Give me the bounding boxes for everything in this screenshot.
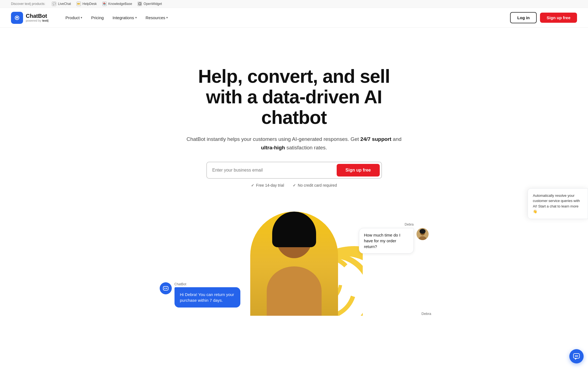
check-icon-trial: ✓ (251, 183, 254, 187)
nav-product[interactable]: Product ▾ (62, 13, 86, 22)
topbar-products: 💬 LiveChat 🎫 HelpDesk 📚 KnowledgeBase 🔲 … (52, 2, 162, 6)
trust-badges: ✓ Free 14-day trial ✓ No credit card req… (182, 183, 407, 187)
logo[interactable]: ChatBot powered by text| (11, 12, 49, 24)
trust-badge-trial: ✓ Free 14-day trial (251, 183, 284, 187)
nav-pricing[interactable]: Pricing (87, 13, 108, 22)
person-bg (250, 212, 338, 316)
demo-wrapper: ChatBot Hi Debra! You can return your pu… (143, 201, 445, 316)
floating-chat-button[interactable] (569, 349, 584, 363)
topbar-product-helpdesk[interactable]: 🎫 HelpDesk (77, 2, 97, 6)
trust-trial-text: Free 14-day trial (256, 183, 284, 187)
trust-nocc-text: No credit card required (298, 183, 337, 187)
nav-links: Product ▾ Pricing Integrations ▾ Resourc… (62, 13, 510, 22)
person-body (267, 266, 322, 316)
powered-brand: text| (42, 19, 49, 22)
headline-line1: Help, convert, and sell (198, 66, 390, 87)
powered-by: powered by text| (26, 19, 49, 22)
topbar-product-livechat[interactable]: 💬 LiveChat (52, 2, 71, 6)
openwidget-icon: 🔲 (137, 2, 142, 6)
livechat-icon: 💬 (52, 2, 56, 6)
hero-subtext: ChatBot instantly helps your customers u… (182, 135, 407, 152)
topbar-product-knowledgebase[interactable]: 📚 KnowledgeBase (102, 2, 132, 6)
chatbot-avatar (160, 282, 172, 294)
brand-name: ChatBot (26, 13, 49, 19)
product-chevron: ▾ (81, 16, 82, 19)
logo-icon (11, 12, 23, 24)
integrations-chevron: ▾ (135, 16, 137, 19)
hero-content: Help, convert, and sell with a data-driv… (171, 44, 418, 187)
hero-headline: Help, convert, and sell with a data-driv… (182, 66, 407, 127)
topbar-product-openwidget[interactable]: 🔲 OpenWidget (137, 2, 162, 6)
livechat-label: LiveChat (58, 2, 71, 6)
svg-point-4 (166, 288, 167, 289)
email-input[interactable] (207, 162, 337, 178)
chatbot-bubble: ChatBot Hi Debra! You can return your pu… (160, 282, 240, 308)
svg-point-11 (576, 355, 577, 357)
user-message: How much time do I have for my order ret… (359, 228, 414, 254)
headline-line2: with a data-driven AI chatbot (206, 86, 382, 128)
email-form: Sign up free (206, 162, 382, 179)
topbar-label: Discover text| products: (11, 2, 45, 6)
chatbot-message: Hi Debra! You can return your purchase w… (175, 287, 240, 308)
hero-section: Help, convert, and sell with a data-driv… (0, 28, 588, 187)
svg-point-3 (164, 288, 165, 289)
knowledgebase-label: KnowledgeBase (108, 2, 132, 6)
chatbot-label: ChatBot (175, 282, 240, 286)
user-bubble-row: How much time do I have for my order ret… (359, 228, 429, 254)
nav-resources[interactable]: Resources ▾ (142, 13, 172, 22)
svg-point-10 (575, 355, 576, 357)
svg-point-12 (577, 355, 578, 357)
knowledgebase-icon: 📚 (102, 2, 107, 6)
user-label: Debra (405, 223, 414, 226)
nav-integrations[interactable]: Integrations ▾ (109, 13, 140, 22)
user-bubble: Debra How much time do I have for my ord… (359, 223, 429, 254)
user-avatar (417, 228, 429, 240)
helpdesk-icon: 🎫 (77, 2, 81, 6)
svg-rect-2 (163, 286, 168, 290)
helpdesk-label: HelpDesk (83, 2, 97, 6)
signup-nav-button[interactable]: Sign up free (540, 13, 577, 23)
debra-bottom-label: Debra (421, 312, 431, 316)
tooltip-text: Automatically resolve your customer serv… (533, 193, 580, 214)
nav-actions: Log in Sign up free (510, 12, 577, 23)
right-tooltip[interactable]: Automatically resolve your customer serv… (528, 188, 588, 219)
check-icon-nocc: ✓ (293, 183, 296, 187)
hero-person (250, 212, 338, 316)
person-hair (272, 212, 316, 247)
login-button[interactable]: Log in (510, 12, 537, 23)
chatbot-message-box: ChatBot Hi Debra! You can return your pu… (175, 282, 240, 308)
signup-hero-button[interactable]: Sign up free (337, 164, 379, 177)
svg-point-8 (420, 229, 426, 234)
top-product-bar: Discover text| products: 💬 LiveChat 🎫 He… (0, 0, 588, 8)
logo-text: ChatBot powered by text| (26, 13, 49, 22)
resources-chevron: ▾ (166, 16, 168, 19)
trust-badge-no-cc: ✓ No credit card required (293, 183, 337, 187)
navbar: ChatBot powered by text| Product ▾ Prici… (0, 8, 588, 28)
openwidget-label: OpenWidget (144, 2, 162, 6)
